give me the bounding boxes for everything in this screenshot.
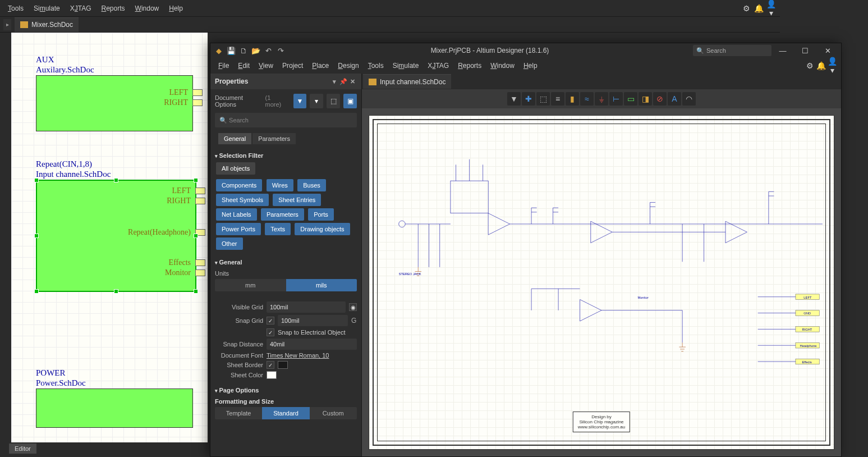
chip-ports[interactable]: Ports [308,208,334,221]
editor-button[interactable]: Editor [9,444,36,454]
section-selection-filter[interactable]: Selection Filter [215,150,357,161]
units-mils[interactable]: mils [286,279,357,291]
close-panel-icon[interactable]: ✕ [348,78,357,85]
tab-parameters[interactable]: Parameters [252,133,296,144]
cin-port-right[interactable] [195,198,205,204]
component-icon[interactable]: ▮ [566,92,579,106]
chip-texts[interactable]: Texts [265,223,291,235]
selection-icon[interactable]: ▣ [343,94,357,108]
cin-port-effects[interactable] [195,259,205,266]
net-label-icon[interactable]: ⊢ [609,92,623,106]
aux-block[interactable]: LEFT RIGHT [36,75,193,131]
save-icon[interactable]: 💾 [225,44,237,57]
select-icon[interactable]: ⬚ [327,94,340,108]
cin-block[interactable]: LEFT RIGHT Repeat(Headphone) Effects Mon… [36,180,196,292]
bg-menu-tools[interactable]: Tools [3,2,28,15]
chip-buses[interactable]: Buses [297,179,326,191]
fmt-custom[interactable]: Custom [310,407,357,419]
sheet-symbol-icon[interactable]: ◨ [639,92,652,106]
schematic-sheet[interactable]: STEREO JACK LEFT GND RIGHT Headphone Eff… [369,115,834,450]
bg-canvas[interactable]: AUX Auxilary.SchDoc LEFT RIGHT Repeat(CI… [11,33,208,442]
bg-menu-help[interactable]: Help [164,2,187,15]
fg-menu-xjtag[interactable]: XJTAG [423,60,453,72]
port-icon[interactable]: ▭ [624,92,637,106]
aux-port-left[interactable] [192,89,203,96]
open-icon[interactable]: 🗋 [237,44,250,57]
minimize-button[interactable]: — [771,47,794,55]
global-search[interactable]: 🔍 Search [693,45,771,56]
fg-menu-file[interactable]: File [214,60,233,72]
wire-icon[interactable]: ≈ [580,92,594,106]
fg-menu-view[interactable]: View [254,60,278,72]
visgrid-visible-toggle[interactable]: ◉ [349,303,357,311]
folder-open-icon[interactable]: 📂 [250,44,262,57]
cin-port-monitor[interactable] [195,269,205,276]
fmt-template[interactable]: Template [215,407,262,419]
fg-menu-help[interactable]: Help [519,60,542,72]
power-icon[interactable]: ⏚ [595,92,608,106]
visgrid-value[interactable]: 100mil [267,301,346,313]
snapgrid-check[interactable]: ✓ [267,317,274,325]
fg-menu-design[interactable]: Design [333,60,363,72]
fg-menu-tools[interactable]: Tools [364,60,388,72]
maximize-button[interactable]: ☐ [794,47,816,55]
chip-wires[interactable]: Wires [267,179,293,191]
snapdist-value[interactable]: 40mil [267,339,357,350]
fg-menu-simulate[interactable]: Simulate [388,60,424,72]
dropdown-icon[interactable]: ▾ [330,78,339,85]
bg-menu-simulate[interactable]: Simulate [29,2,65,15]
gear-icon[interactable]: ⚙ [804,61,815,70]
props-search[interactable]: 🔍 Search [215,113,357,127]
section-general[interactable]: General [215,257,357,268]
bg-tab-mixer[interactable]: Mixer.SchDoc [15,17,79,32]
chip-power-ports[interactable]: Power Ports [216,223,261,235]
align-icon[interactable]: ≡ [551,92,564,106]
chip-components[interactable]: Components [216,179,262,191]
sheetborder-color[interactable] [278,361,288,369]
bg-menu-reports[interactable]: Reports [97,2,130,15]
chip-net-labels[interactable]: Net Labels [216,208,257,221]
bg-menu-window[interactable]: Window [131,2,164,15]
doc-tab-input-channel[interactable]: Input channel.SchDoc [363,74,451,89]
gear-icon[interactable]: ⚙ [741,4,752,13]
fg-menu-window[interactable]: Window [486,60,519,72]
sheetborder-check[interactable]: ✓ [267,361,274,369]
filter-icon[interactable]: ▼ [507,92,521,106]
select-box-icon[interactable]: ⬚ [536,92,550,106]
section-page-options[interactable]: Page Options [215,385,357,396]
close-button[interactable]: ✕ [816,47,839,55]
crosshair-icon[interactable]: ✚ [522,92,535,106]
dropdown-toggle-icon[interactable]: ▾ [310,94,323,108]
fg-menu-edit[interactable]: Edit [233,60,254,72]
power-block[interactable] [36,389,193,428]
docfont-value[interactable]: Times New Roman, 10 [267,352,329,359]
user-icon[interactable]: 👤▾ [765,0,777,17]
snapgrid-value[interactable]: 100mil [278,315,348,326]
bell-icon[interactable]: 🔔 [815,61,826,70]
units-mm[interactable]: mm [215,279,286,291]
undo-icon[interactable]: ↶ [262,44,274,57]
redo-icon[interactable]: ↷ [274,44,287,57]
fg-menu-place[interactable]: Place [307,60,333,72]
no-erc-icon[interactable]: ⊘ [653,92,667,106]
pin-icon[interactable]: 📌 [339,78,348,85]
chip-parameters[interactable]: Parameters [261,208,304,221]
filter-icon[interactable]: ▼ [293,94,307,108]
fg-menu-reports[interactable]: Reports [453,60,486,72]
snap-elec-check[interactable]: ✓ [267,328,274,336]
collapse-panel-icon[interactable]: ▸ [3,19,11,30]
chip-all-objects[interactable]: All objects [216,162,255,175]
bell-icon[interactable]: 🔔 [753,4,764,13]
sheetcolor-swatch[interactable] [267,371,277,379]
fmt-standard[interactable]: Standard [262,407,309,419]
chip-sheet-entries[interactable]: Sheet Entries [273,194,321,206]
user-icon[interactable]: 👤▾ [826,57,838,75]
chip-drawing-objects[interactable]: Drawing objects [295,223,350,235]
tab-general[interactable]: General [218,133,251,144]
fg-menu-project[interactable]: Project [278,60,307,72]
cin-port-left[interactable] [195,188,205,194]
chip-sheet-symbols[interactable]: Sheet Symbols [216,194,269,206]
arc-icon[interactable]: ◠ [682,92,696,106]
aux-port-right[interactable] [192,99,203,106]
bg-menu-xjtag[interactable]: XJTAG [66,2,96,15]
